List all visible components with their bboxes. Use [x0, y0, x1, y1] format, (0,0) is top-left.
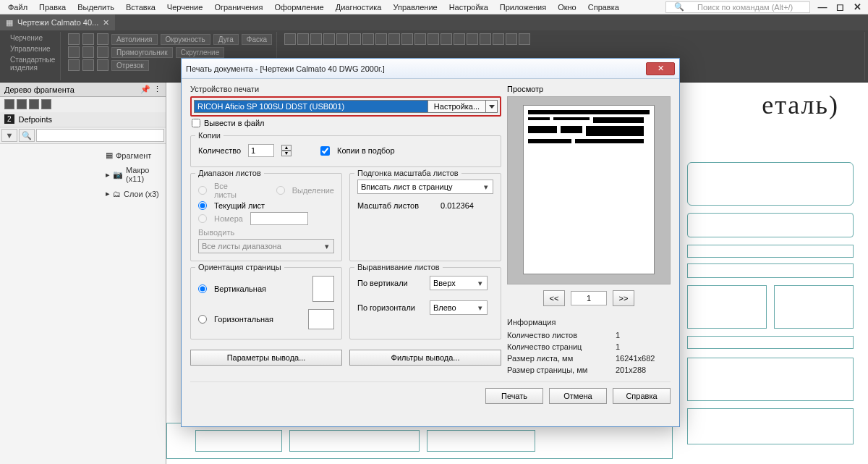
- align-v-combo[interactable]: Вверх▾: [430, 276, 488, 290]
- chamfer-button[interactable]: Фаска: [242, 34, 272, 45]
- tool-icon[interactable]: [506, 33, 517, 45]
- printer-dropdown-arrow[interactable]: [486, 100, 498, 113]
- document-tab[interactable]: ▦ Чертежи Calmato 40... ✕: [0, 14, 115, 30]
- autoline-button[interactable]: Автолиния: [111, 34, 158, 45]
- tree-item-macro[interactable]: ▸ 📷 Макро (x11): [101, 164, 166, 185]
- tool-icon[interactable]: [467, 33, 478, 45]
- panel-pin-icon[interactable]: 📌: [140, 85, 150, 94]
- to-file-checkbox[interactable]: [192, 119, 200, 127]
- tool-icon[interactable]: [480, 33, 491, 45]
- tool-icon[interactable]: [323, 33, 335, 45]
- tool-icon[interactable]: [362, 33, 374, 45]
- align-h-combo[interactable]: Влево▾: [430, 300, 488, 315]
- tree-tool-icon[interactable]: [29, 99, 39, 109]
- arc-button[interactable]: Дуга: [213, 34, 239, 45]
- menu-insert[interactable]: Вставка: [121, 1, 161, 13]
- tool-icon[interactable]: [284, 33, 296, 45]
- tool-icon[interactable]: [97, 59, 109, 71]
- menu-apps[interactable]: Приложения: [495, 1, 551, 13]
- menu-settings[interactable]: Настройка: [444, 1, 493, 13]
- tool-icon[interactable]: [388, 33, 400, 45]
- align-h-value: Влево: [433, 303, 456, 312]
- preview-page-number[interactable]: 1: [571, 291, 607, 305]
- panel-menu-icon[interactable]: ⋮: [153, 85, 161, 94]
- printer-dropdown[interactable]: RICOH Aficio SP 100SU DDST (USB001): [194, 100, 428, 113]
- tool-icon[interactable]: [401, 33, 413, 45]
- circle-button[interactable]: Окружность: [161, 34, 210, 45]
- tree-tool-icon[interactable]: [41, 99, 51, 109]
- menu-draw[interactable]: Черчение: [162, 1, 208, 13]
- tool-icon[interactable]: [68, 59, 80, 71]
- ribbon-std[interactable]: Стандартные изделия: [7, 55, 56, 72]
- drawing-text: еталь): [762, 90, 839, 120]
- tool-icon[interactable]: [519, 33, 530, 45]
- command-search[interactable]: 🔍 Поиск по командам (Alt+/): [665, 1, 810, 13]
- menu-diag[interactable]: Диагностика: [331, 1, 387, 13]
- tree-search-input[interactable]: [36, 129, 164, 142]
- tool-icon[interactable]: [375, 33, 387, 45]
- tool-icon[interactable]: [310, 33, 322, 45]
- dialog-close-button[interactable]: ✕: [646, 62, 675, 75]
- tool-icon[interactable]: [336, 33, 348, 45]
- ribbon-drawing[interactable]: Черчение: [7, 33, 56, 43]
- tool-icon[interactable]: [82, 59, 94, 71]
- tool-icon[interactable]: [297, 33, 309, 45]
- preview-next-button[interactable]: >>: [613, 290, 634, 306]
- rect-button[interactable]: Прямоугольник: [111, 47, 173, 58]
- tool-icon[interactable]: [441, 33, 452, 45]
- tool-icon[interactable]: [427, 33, 439, 45]
- tree-tool-icon[interactable]: [4, 99, 14, 109]
- close-button[interactable]: ✕: [849, 1, 865, 13]
- menu-window[interactable]: Окно: [553, 1, 582, 13]
- tab-close-icon[interactable]: ✕: [103, 18, 109, 28]
- help-button[interactable]: Справка: [613, 388, 671, 404]
- tool-icon[interactable]: [82, 46, 94, 58]
- layer-row[interactable]: 2 Defpoints: [0, 112, 166, 127]
- maximize-button[interactable]: ◻: [832, 1, 848, 13]
- doc-icon: ▦: [6, 18, 13, 28]
- preview-prev-button[interactable]: <<: [543, 290, 565, 306]
- tool-icon[interactable]: [97, 46, 109, 58]
- printer-setup-button[interactable]: Настройка...: [428, 100, 486, 113]
- copies-input[interactable]: [248, 144, 274, 157]
- orient-horizontal-radio[interactable]: [198, 315, 207, 324]
- tree-item-label: Макро (x11): [126, 166, 161, 183]
- tool-icon[interactable]: [82, 33, 94, 45]
- expand-icon[interactable]: ▸: [106, 189, 110, 198]
- menu-help[interactable]: Справка: [583, 1, 624, 13]
- tool-icon[interactable]: [349, 33, 361, 45]
- tool-icon[interactable]: [68, 46, 80, 58]
- output-params-button[interactable]: Параметры вывода...: [190, 350, 342, 366]
- tree-filter-button[interactable]: ▼: [1, 129, 17, 142]
- fit-combo[interactable]: Вписать лист в страницу▾: [357, 180, 493, 194]
- copies-spinner[interactable]: ▲▼: [281, 145, 292, 156]
- orient-vertical-radio[interactable]: [198, 284, 207, 293]
- dialog-titlebar[interactable]: Печать документа - [Чертежи Calmato 40 D…: [182, 59, 679, 79]
- cancel-button[interactable]: Отмена: [549, 388, 607, 404]
- tree-item-layers[interactable]: ▸ 🗂 Слои (x3): [101, 187, 166, 201]
- tool-icon[interactable]: [493, 33, 504, 45]
- tool-icon[interactable]: [97, 33, 109, 45]
- tree-tool-icon[interactable]: [17, 99, 27, 109]
- menu-manage[interactable]: Управление: [388, 1, 443, 13]
- output-filters-button[interactable]: Фильтры вывода...: [349, 350, 501, 366]
- tool-icon[interactable]: [454, 33, 465, 45]
- menu-constraints[interactable]: Ограничения: [209, 1, 268, 13]
- tool-icon[interactable]: [68, 33, 80, 45]
- fillet-button[interactable]: Скругление: [176, 47, 225, 58]
- tree-item-fragment[interactable]: ▦ Фрагмент: [101, 148, 166, 162]
- segment-button[interactable]: Отрезок: [111, 60, 149, 71]
- menu-select[interactable]: Выделить: [72, 1, 119, 13]
- print-dialog: Печать документа - [Чертежи Calmato 40 D…: [181, 58, 680, 427]
- expand-icon[interactable]: ▸: [106, 170, 110, 180]
- tree-search-icon[interactable]: 🔍: [19, 129, 35, 142]
- range-current-radio[interactable]: [198, 201, 207, 210]
- ribbon-manage[interactable]: Управление: [7, 44, 56, 54]
- menu-edit[interactable]: Правка: [34, 1, 71, 13]
- menu-file[interactable]: Файл: [3, 1, 33, 13]
- tool-icon[interactable]: [414, 33, 426, 45]
- menu-format[interactable]: Оформление: [269, 1, 328, 13]
- print-button[interactable]: Печать: [485, 388, 543, 404]
- minimize-button[interactable]: —: [814, 1, 830, 13]
- collate-checkbox[interactable]: [320, 146, 330, 156]
